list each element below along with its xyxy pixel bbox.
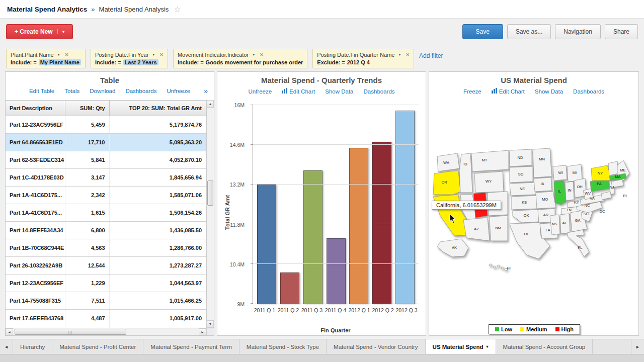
chevron-down-icon[interactable]: ▾ bbox=[398, 52, 400, 57]
panel-link[interactable]: Edit Table bbox=[29, 88, 54, 94]
panel-link[interactable]: Show Data bbox=[325, 88, 353, 95]
close-icon[interactable]: × bbox=[406, 51, 410, 58]
panel-link[interactable]: Edit Chart bbox=[282, 88, 315, 95]
vertical-scrollbar-thumb[interactable] bbox=[207, 180, 213, 206]
tab-scroll-right-icon[interactable]: ► bbox=[631, 339, 644, 354]
table-row[interactable]: Part 1C-4D1178E03D3,1471,845,656.94 bbox=[6, 169, 206, 187]
chart-bar[interactable] bbox=[327, 238, 346, 304]
table-row[interactable]: Part 26-1032262A9B12,5441,273,287.27 bbox=[6, 257, 206, 275]
filter-chip[interactable]: Movement Indicator.Indicator▾×Include: =… bbox=[173, 49, 307, 68]
create-new-button[interactable]: + Create New ▾ bbox=[6, 24, 73, 39]
panel-link[interactable]: Dashboards bbox=[125, 88, 156, 94]
panel-link[interactable]: Show Data bbox=[535, 88, 563, 95]
table-row[interactable]: Part 17-6EEEB437684,4871,005,917.00 bbox=[6, 310, 206, 327]
chart-bar[interactable] bbox=[280, 273, 299, 304]
tab-us-material-spend[interactable]: US Material Spend▾ bbox=[426, 339, 496, 354]
table-row[interactable]: Part 1A-41C6D175...1,6151,506,154.26 bbox=[6, 204, 206, 222]
table-row[interactable]: Part 64-866563E1ED17,7105,095,363.20 bbox=[6, 134, 206, 151]
horizontal-scrollbar-thumb[interactable]: ||| bbox=[15, 329, 126, 335]
column-header[interactable]: SUM: Qty bbox=[65, 101, 109, 116]
map-state-HI[interactable] bbox=[501, 267, 504, 269]
tab-scroll-left-icon[interactable]: ◄ bbox=[0, 339, 13, 354]
chevron-down-icon[interactable]: ▾ bbox=[57, 29, 65, 34]
close-icon[interactable]: × bbox=[159, 51, 164, 58]
panel-link[interactable]: Dashboards bbox=[573, 88, 604, 95]
panel-link[interactable]: Download bbox=[90, 88, 115, 94]
panel-link[interactable]: Edit Chart bbox=[492, 88, 525, 95]
more-links-chevron[interactable]: » bbox=[204, 87, 208, 95]
table-row[interactable]: Part 12-23AC5956EF1,2291,044,563.97 bbox=[6, 275, 206, 292]
cell-part-description: Part 1C-4D1178E03D bbox=[6, 169, 65, 187]
chart-bar[interactable] bbox=[349, 148, 368, 304]
map-state-HI[interactable] bbox=[497, 265, 500, 267]
panel-link[interactable]: Totals bbox=[64, 88, 79, 94]
map-state-label-RI: RI bbox=[623, 194, 627, 198]
add-filter-link[interactable]: Add filter bbox=[419, 52, 443, 59]
map-state-FL[interactable] bbox=[567, 230, 589, 257]
gridline bbox=[253, 144, 419, 145]
share-button[interactable]: Share bbox=[605, 24, 638, 39]
tab-material-spend-payment-term[interactable]: Material Spend - Payment Term bbox=[143, 339, 239, 354]
panel-link[interactable]: Freeze bbox=[463, 88, 481, 95]
table-row[interactable]: Part 14-8EEF534A346,8001,436,085.50 bbox=[6, 222, 206, 239]
tab-hierarchy[interactable]: Hierarchy bbox=[13, 339, 52, 354]
close-icon[interactable]: × bbox=[65, 51, 69, 58]
save-button[interactable]: Save bbox=[462, 24, 503, 39]
filter-chip[interactable]: Plant.Plant Name▾×Include: =My Plant Nam… bbox=[6, 49, 86, 68]
filter-value[interactable]: 2012 Q 4 bbox=[347, 59, 370, 65]
panel-link[interactable]: Dashboards bbox=[364, 88, 395, 95]
chart-bar[interactable] bbox=[257, 185, 276, 304]
tab-material-spend-stock-type[interactable]: Material Spend - Stock Type bbox=[239, 339, 327, 354]
tab-material-spend-profit-center[interactable]: Material Spend - Profit Center bbox=[52, 339, 143, 354]
map-state-HI[interactable] bbox=[489, 264, 492, 266]
panel-link[interactable]: Unfreeze bbox=[248, 88, 272, 95]
filter-chip[interactable]: Posting Date.Fin Year▾×Include: =Last 2 … bbox=[91, 49, 168, 68]
y-axis-tick bbox=[251, 224, 253, 224]
tab-material-spend-account-group[interactable]: Material Spend - Account Group bbox=[496, 339, 593, 354]
save-as-button[interactable]: Save as... bbox=[507, 24, 551, 39]
scroll-left-icon[interactable]: ◄ bbox=[6, 328, 13, 335]
filter-value[interactable]: Goods movement for purchase order bbox=[206, 59, 303, 65]
filter-value[interactable]: Last 2 Years bbox=[123, 59, 158, 65]
filter-chip[interactable]: Posting Date.Fin Quarter Name▾×Exclude: … bbox=[312, 49, 414, 68]
column-header[interactable]: Part Description bbox=[6, 101, 65, 116]
chevron-down-icon[interactable]: ▾ bbox=[487, 344, 489, 349]
map-state-NH[interactable] bbox=[608, 161, 618, 175]
cell-part-description: Part 14-8EEF534A34 bbox=[6, 222, 65, 239]
map-tooltip: California, 6.01653299M bbox=[432, 201, 501, 210]
chevron-down-icon[interactable]: ▾ bbox=[152, 52, 154, 57]
tab-label: Material Spend - Stock Type bbox=[247, 344, 319, 350]
column-header[interactable]: TOP 20: SUM: Total GR Amt bbox=[109, 101, 206, 116]
table-row[interactable]: Part 1A-41C6D175...2,3421,585,071.06 bbox=[6, 187, 206, 204]
close-icon[interactable]: × bbox=[260, 51, 264, 58]
vertical-scrollbar[interactable]: ▲ ▼ bbox=[206, 100, 214, 328]
map-state-MD[interactable] bbox=[601, 192, 611, 200]
chart-panel-title: Material Spend - Quarterly Trends bbox=[217, 72, 426, 85]
filter-value[interactable]: My Plant Name bbox=[39, 59, 81, 65]
chart-bar[interactable] bbox=[303, 170, 323, 304]
table-row[interactable]: Part 1B-70C68C944E4,5631,286,766.00 bbox=[6, 239, 206, 257]
edit-chart-icon bbox=[282, 88, 287, 95]
map-state-HI[interactable] bbox=[493, 266, 496, 268]
app-title[interactable]: Material Spend Analytics bbox=[7, 6, 87, 13]
chart-bar[interactable] bbox=[372, 142, 391, 304]
scroll-right-icon[interactable]: ► bbox=[199, 328, 206, 335]
map-state-MN[interactable] bbox=[533, 148, 552, 177]
favorite-star-icon[interactable]: ☆ bbox=[174, 5, 181, 14]
chart-bar[interactable] bbox=[395, 111, 415, 304]
panel-link[interactable]: Unfreeze bbox=[167, 88, 190, 94]
chevron-down-icon[interactable]: ▾ bbox=[253, 52, 255, 57]
scroll-down-icon[interactable]: ▼ bbox=[207, 320, 214, 328]
table-row[interactable]: Part 62-53FEDEC3145,8414,052,870.10 bbox=[6, 151, 206, 169]
chart-panel-links: UnfreezeEdit ChartShow DataDashboards bbox=[217, 85, 426, 99]
map-state-ID[interactable] bbox=[459, 153, 472, 193]
navigation-button[interactable]: Navigation bbox=[555, 24, 601, 39]
map-state-MT[interactable] bbox=[471, 150, 509, 171]
table-row[interactable]: Part 12-23AC5956EF5,4595,179,874.76 bbox=[6, 116, 206, 134]
tab-material-spend-vendor-country[interactable]: Material Spend - Vendor Country bbox=[327, 339, 425, 354]
table-row[interactable]: Part 14-755088F3157,5111,015,466.25 bbox=[6, 292, 206, 310]
horizontal-scrollbar[interactable]: ◄ ||| ► bbox=[6, 328, 206, 335]
chevron-down-icon[interactable]: ▾ bbox=[58, 52, 60, 57]
cell-value: 1,273,287.27 bbox=[109, 257, 206, 275]
scroll-up-icon[interactable]: ▲ bbox=[207, 100, 214, 108]
